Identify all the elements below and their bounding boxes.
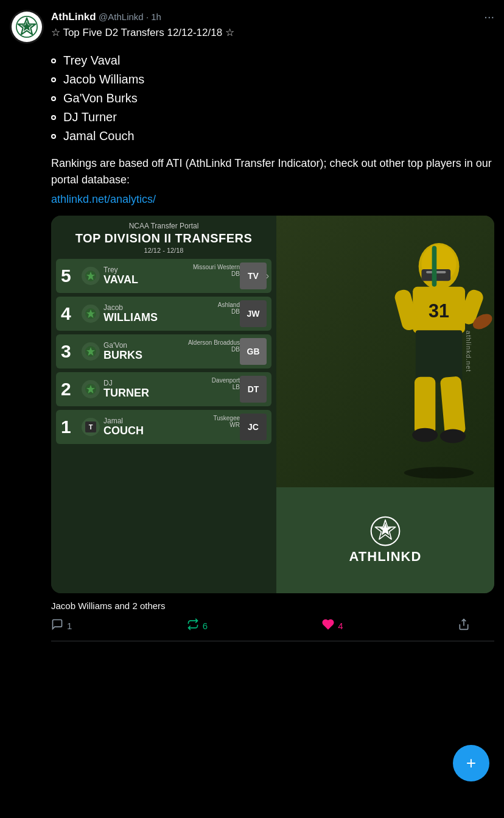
- player-first-williams: Jacob: [103, 303, 236, 312]
- bullet-icon: [51, 77, 56, 82]
- arrow-icon-vaval: ›: [266, 270, 269, 281]
- list-item: Jacob Williams: [51, 70, 494, 89]
- bullet-icon: [51, 134, 56, 139]
- share-icon: [458, 618, 470, 633]
- watermark: athlinkd.net: [465, 331, 472, 372]
- mascot-couch: T: [82, 418, 100, 436]
- rank-1: 1: [61, 418, 78, 436]
- portal-link[interactable]: athlinkd.net/analytics/: [51, 193, 156, 205]
- heart-action[interactable]: 4: [322, 618, 343, 633]
- player-name: Ga'Von Burks: [63, 91, 138, 105]
- tweet-header: AthLinkd @AthLinkd · 1h ··· ☆ Top Five D…: [10, 10, 494, 44]
- player-row-1[interactable]: 1 T Jamal COUCH Tuskegee WR JC: [56, 410, 271, 444]
- card-right-bottom: ATHLINKD: [276, 487, 494, 593]
- tweet-body: Trey Vaval Jacob Williams Ga'Von Burks D…: [51, 51, 494, 593]
- card-header-text: NCAA Transfer Portal: [56, 222, 271, 230]
- school-pos-williams: Ashland DB: [218, 301, 240, 315]
- fab-compose-button[interactable]: +: [453, 745, 489, 781]
- tweet-container: AthLinkd @AthLinkd · 1h ··· ☆ Top Five D…: [0, 0, 504, 641]
- player-row-5[interactable]: 5 Trey VAVAL Missouri Western DB TV: [56, 259, 271, 293]
- comment-count: 1: [67, 621, 72, 631]
- tweet-footer: Jacob Williams and 2 others 1: [51, 601, 494, 641]
- svg-rect-24: [440, 376, 466, 436]
- retweet-action[interactable]: 6: [187, 618, 208, 633]
- player-photo-williams: JW: [240, 300, 267, 327]
- likes-text: Jacob Williams and 2 others: [51, 601, 166, 611]
- school-pos-couch: Tuskegee WR: [213, 415, 240, 428]
- player-name: Jacob Williams: [63, 72, 144, 86]
- mascot-burks: [82, 342, 100, 361]
- list-item: Jamal Couch: [51, 127, 494, 146]
- rank-2: 2: [61, 380, 78, 398]
- list-item: DJ Turner: [51, 108, 494, 127]
- mascot-vaval: [82, 267, 100, 285]
- mascot-williams: [82, 305, 100, 323]
- player-photo-turner: DT: [240, 376, 267, 403]
- bullet-icon: [51, 96, 56, 101]
- player-name: DJ Turner: [63, 110, 117, 124]
- account-meta: AthLinkd @AthLinkd · 1h: [51, 11, 161, 23]
- comment-action[interactable]: 1: [51, 618, 72, 633]
- retweet-count: 6: [203, 621, 208, 631]
- player-photo-burks: GB: [240, 338, 267, 365]
- card-title: TOP DIVISION II TRANSFERS: [56, 231, 271, 245]
- more-options-icon[interactable]: ···: [484, 10, 494, 24]
- likes-info: Jacob Williams and 2 others: [51, 601, 494, 611]
- school-pos-vaval: Missouri Western DB: [193, 264, 240, 277]
- player-photo-couch: JC: [240, 414, 267, 440]
- player-row-3[interactable]: 3 Ga'Von BURKS Alderson Broaddus DB GB: [56, 334, 271, 368]
- player-photo-vaval: TV: [240, 263, 267, 289]
- card-left: NCAA Transfer Portal TOP DIVISION II TRA…: [51, 216, 276, 593]
- card-date: 12/12 - 12/18: [56, 247, 271, 254]
- bullet-icon: [51, 58, 56, 63]
- svg-point-26: [440, 429, 466, 443]
- account-name[interactable]: AthLinkd: [51, 11, 96, 23]
- tweet-title: ☆ Top Five D2 Transfers 12/12-12/18 ☆: [51, 26, 494, 39]
- svg-text:T: T: [89, 423, 93, 431]
- player-row-4[interactable]: 4 Jacob WILLIAMS Ashland DB JW: [56, 297, 271, 331]
- action-bar: 1 6 4: [51, 618, 494, 633]
- heart-icon: [322, 618, 334, 633]
- player-name: Jamal Couch: [63, 129, 135, 143]
- svg-text:31: 31: [429, 301, 449, 322]
- rankings-description: Rankings are based off ATI (AthLinkd Tra…: [51, 155, 494, 188]
- bullet-icon: [51, 115, 56, 120]
- mascot-turner: [82, 380, 100, 398]
- card-right: 31: [276, 216, 494, 593]
- svg-rect-23: [415, 377, 435, 435]
- header-info: AthLinkd @AthLinkd · 1h ··· ☆ Top Five D…: [51, 10, 494, 39]
- account-handle: @AthLinkd · 1h: [99, 12, 161, 22]
- avatar[interactable]: [10, 10, 44, 44]
- player-name: Trey Vaval: [63, 54, 120, 68]
- fab-plus-icon: +: [466, 753, 476, 773]
- school-pos-turner: Davenport LB: [212, 377, 240, 390]
- svg-rect-27: [432, 246, 437, 287]
- player-row-2[interactable]: 2 DJ TURNER Davenport LB DT: [56, 372, 271, 406]
- svg-rect-22: [416, 331, 462, 383]
- comment-icon: [51, 618, 63, 633]
- card-inner: NCAA Transfer Portal TOP DIVISION II TRA…: [51, 216, 494, 593]
- header-top: AthLinkd @AthLinkd · 1h ···: [51, 10, 494, 24]
- svg-point-28: [404, 467, 474, 479]
- retweet-icon: [187, 618, 199, 633]
- list-item: Trey Vaval: [51, 51, 494, 70]
- rank-4: 4: [61, 305, 78, 323]
- transfer-portal-card: NCAA Transfer Portal TOP DIVISION II TRA…: [51, 216, 494, 593]
- rank-5: 5: [61, 267, 78, 285]
- list-item: Ga'Von Burks: [51, 89, 494, 108]
- svg-point-25: [412, 428, 438, 442]
- athlinkd-star-logo: [370, 516, 401, 546]
- player-list: Trey Vaval Jacob Williams Ga'Von Burks D…: [51, 51, 494, 146]
- player-last-williams: WILLIAMS: [103, 312, 236, 324]
- player-info-williams: Jacob WILLIAMS: [103, 303, 236, 324]
- heart-count: 4: [338, 621, 343, 631]
- athlinkd-brand-name: ATHLINKD: [349, 549, 422, 565]
- share-action[interactable]: [458, 618, 470, 633]
- rank-3: 3: [61, 342, 78, 361]
- card-right-top: 31: [276, 216, 494, 487]
- school-pos-burks: Alderson Broaddus DB: [188, 339, 240, 353]
